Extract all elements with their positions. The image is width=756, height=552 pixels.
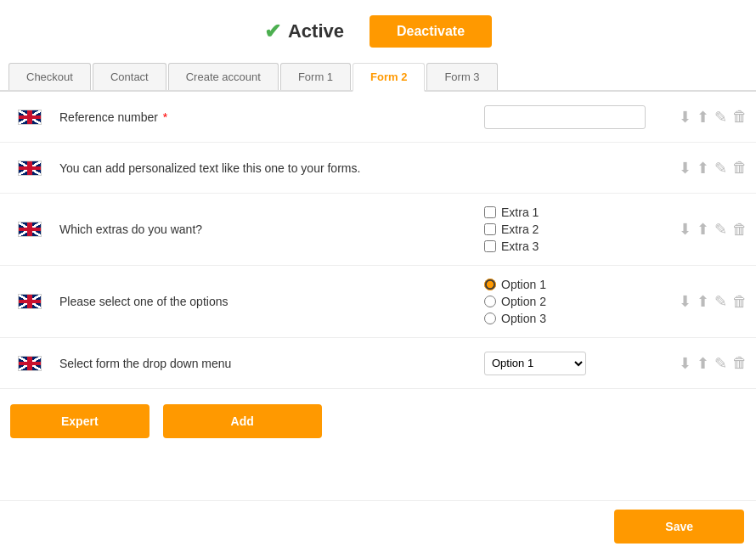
delete-icon-4[interactable]: 🗑 — [732, 293, 748, 311]
label-dropdown: Select form the drop down menu — [51, 357, 484, 370]
extra2-checkbox[interactable] — [484, 223, 496, 235]
option3-radio-item[interactable]: Option 3 — [484, 312, 546, 325]
header: ✔ Active Deactivate — [0, 0, 756, 63]
move-down-icon-5[interactable]: ⬇ — [679, 354, 691, 373]
move-up-icon-3[interactable]: ⬆ — [697, 220, 709, 239]
edit-icon-4[interactable]: ✎ — [714, 292, 727, 311]
label-reference-number: Reference number * — [51, 110, 484, 124]
move-up-icon-5[interactable]: ⬆ — [697, 354, 709, 373]
extra1-checkbox-item[interactable]: Extra 1 — [484, 206, 539, 219]
flag-cell-4 — [8, 294, 51, 309]
required-star-1: * — [160, 110, 167, 124]
move-up-icon-2[interactable]: ⬆ — [697, 159, 709, 177]
flag-cell-2 — [8, 161, 51, 176]
row-extras: Which extras do you want? Extra 1 Extra … — [0, 194, 756, 266]
expert-button[interactable]: Expert — [10, 404, 150, 438]
deactivate-button[interactable]: Deactivate — [370, 15, 492, 48]
row-dropdown: Select form the drop down menu Option 1 … — [0, 338, 756, 389]
option1-radio[interactable] — [484, 279, 496, 290]
label-options-radio: Please select one of the options — [51, 295, 484, 308]
actions-row4: ⬇ ⬆ ✎ 🗑 — [654, 292, 748, 311]
flag-uk-5 — [18, 356, 42, 371]
active-label: Active — [288, 20, 344, 42]
save-button[interactable]: Save — [614, 510, 744, 544]
edit-icon-5[interactable]: ✎ — [714, 354, 727, 373]
extras-checkbox-group: Extra 1 Extra 2 Extra 3 — [484, 206, 539, 253]
flag-uk-2 — [18, 161, 42, 176]
edit-icon-2[interactable]: ✎ — [714, 159, 727, 177]
delete-icon-3[interactable]: 🗑 — [732, 221, 748, 239]
flag-cell-3 — [8, 222, 51, 237]
label-extras: Which extras do you want? — [51, 222, 484, 236]
tabs-bar: Checkout Contact Create account Form 1 F… — [0, 63, 756, 92]
input-cell-reference — [484, 105, 654, 129]
flag-uk-1 — [18, 110, 42, 125]
tab-form3[interactable]: Form 3 — [426, 63, 497, 90]
input-cell-dropdown: Option 1 Option 2 Option 3 — [484, 352, 654, 375]
option1-radio-item[interactable]: Option 1 — [484, 278, 546, 291]
extra2-checkbox-item[interactable]: Extra 2 — [484, 222, 539, 236]
row-options-radio: Please select one of the options Option … — [0, 266, 756, 338]
tab-checkout[interactable]: Checkout — [8, 63, 91, 90]
move-down-icon-4[interactable]: ⬇ — [679, 292, 691, 311]
dropdown-select[interactable]: Option 1 Option 2 Option 3 — [484, 352, 586, 375]
delete-icon-2[interactable]: 🗑 — [732, 159, 748, 177]
tab-create-account[interactable]: Create account — [168, 63, 279, 90]
row-personalized-text: You can add personalized text like this … — [0, 143, 756, 194]
label-personalized-text: You can add personalized text like this … — [51, 161, 484, 175]
radio-options-group: Option 1 Option 2 Option 3 — [484, 278, 546, 325]
delete-icon-5[interactable]: 🗑 — [732, 354, 748, 372]
extra3-checkbox-item[interactable]: Extra 3 — [484, 239, 539, 253]
extra1-checkbox[interactable] — [484, 206, 496, 218]
tab-contact[interactable]: Contact — [93, 63, 166, 90]
edit-icon-3[interactable]: ✎ — [714, 220, 727, 239]
tab-form2[interactable]: Form 2 — [353, 63, 425, 92]
form-content: Reference number * ⬇ ⬆ ✎ 🗑 You can add p… — [0, 92, 756, 389]
move-down-icon-3[interactable]: ⬇ — [679, 220, 691, 239]
option2-radio-item[interactable]: Option 2 — [484, 295, 546, 308]
option2-radio[interactable] — [484, 296, 496, 307]
check-icon: ✔ — [264, 20, 281, 43]
save-bar: Save — [0, 500, 756, 552]
row-reference-number: Reference number * ⬇ ⬆ ✎ 🗑 — [0, 92, 756, 143]
move-down-icon-1[interactable]: ⬇ — [679, 108, 691, 127]
extra3-checkbox[interactable] — [484, 240, 496, 252]
actions-row1: ⬇ ⬆ ✎ 🗑 — [654, 108, 748, 127]
flag-uk-4 — [18, 294, 42, 309]
reference-number-input[interactable] — [484, 105, 646, 129]
move-down-icon-2[interactable]: ⬇ — [679, 159, 691, 177]
edit-icon-1[interactable]: ✎ — [714, 108, 727, 127]
delete-icon-1[interactable]: 🗑 — [732, 108, 748, 126]
actions-row5: ⬇ ⬆ ✎ 🗑 — [654, 354, 748, 373]
flag-uk-3 — [18, 222, 42, 237]
input-cell-extras: Extra 1 Extra 2 Extra 3 — [484, 206, 654, 253]
move-up-icon-4[interactable]: ⬆ — [697, 292, 709, 311]
active-status: ✔ Active — [264, 20, 344, 43]
actions-row3: ⬇ ⬆ ✎ 🗑 — [654, 220, 748, 239]
flag-cell-5 — [8, 356, 51, 371]
option3-radio[interactable] — [484, 313, 496, 324]
flag-cell-1 — [8, 110, 51, 125]
actions-row2: ⬇ ⬆ ✎ 🗑 — [654, 159, 748, 177]
add-button[interactable]: Add — [163, 404, 322, 438]
move-up-icon-1[interactable]: ⬆ — [697, 108, 709, 127]
tab-form1[interactable]: Form 1 — [280, 63, 351, 90]
bottom-bar: Expert Add — [0, 389, 756, 453]
input-cell-radio: Option 1 Option 2 Option 3 — [484, 278, 654, 325]
